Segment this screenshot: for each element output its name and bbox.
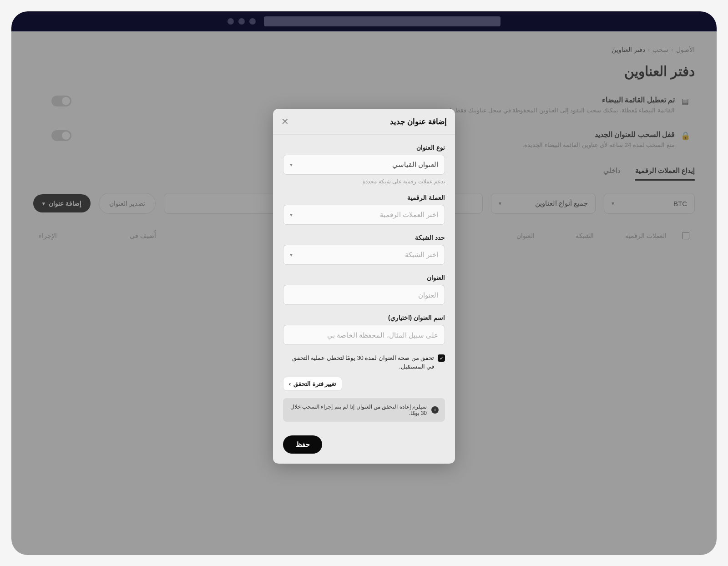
modal-title: إضافة عنوان جديد <box>390 117 447 126</box>
device-frame: الأصول › سحب › دفتر العناوين دفتر العناو… <box>11 11 717 555</box>
window-dots <box>228 18 256 25</box>
change-period-button[interactable]: تغيير فترة التحقق › <box>283 377 342 391</box>
select-placeholder: اختر الشبكة <box>405 251 438 259</box>
chevron-left-icon: › <box>289 380 291 387</box>
modal-footer: حفظ <box>273 430 455 464</box>
network-select[interactable]: اختر الشبكة ▾ <box>283 245 445 265</box>
window-dot[interactable] <box>238 18 245 25</box>
url-bar[interactable] <box>264 16 500 26</box>
field-address-name: اسم العنوان (اختياري) <box>283 314 445 345</box>
save-button[interactable]: حفظ <box>283 435 322 454</box>
field-network: حدد الشبكة اختر الشبكة ▾ <box>283 234 445 265</box>
window-dot[interactable] <box>228 18 234 25</box>
close-icon[interactable]: ✕ <box>281 116 289 127</box>
field-address: العنوان <box>283 274 445 305</box>
chevron-down-icon: ▾ <box>290 162 293 168</box>
field-label: العملة الرقمية <box>283 194 445 201</box>
select-value: العنوان القياسي <box>392 161 438 169</box>
select-placeholder: اختر العملات الرقمية <box>380 211 438 219</box>
coin-select-modal[interactable]: اختر العملات الرقمية ▾ <box>283 205 445 225</box>
verify-checkbox-row[interactable]: ✓ تحقق من صحة العنوان لمدة 30 يومًا لتخط… <box>283 354 445 371</box>
checkbox-checked[interactable]: ✓ <box>438 354 445 362</box>
modal-body: نوع العنوان العنوان القياسي ▾ يدعم عملات… <box>273 135 455 430</box>
add-address-modal: إضافة عنوان جديد ✕ نوع العنوان العنوان ا… <box>273 109 455 464</box>
chevron-down-icon: ▾ <box>290 252 293 258</box>
checkbox-label: تحقق من صحة العنوان لمدة 30 يومًا لتخطي … <box>283 354 434 371</box>
field-label: نوع العنوان <box>283 144 445 151</box>
field-hint: يدعم عملات رقمية على شبكة محددة <box>283 178 445 185</box>
address-type-select[interactable]: العنوان القياسي ▾ <box>283 155 445 175</box>
field-address-type: نوع العنوان العنوان القياسي ▾ يدعم عملات… <box>283 144 445 185</box>
info-text: سيلزم إعادة التحقق من العنوان إذا لم يتم… <box>289 404 427 416</box>
address-input[interactable] <box>283 285 445 305</box>
window-dot[interactable] <box>249 18 256 25</box>
field-label: اسم العنوان (اختياري) <box>283 314 445 321</box>
modal-header: إضافة عنوان جديد ✕ <box>273 109 455 135</box>
field-coin: العملة الرقمية اختر العملات الرقمية ▾ <box>283 194 445 225</box>
chevron-down-icon: ▾ <box>290 212 293 218</box>
browser-chrome <box>11 11 717 31</box>
field-label: حدد الشبكة <box>283 234 445 241</box>
info-icon: i <box>431 406 439 414</box>
change-period-wrap: تغيير فترة التحقق › <box>283 377 445 398</box>
modal-overlay[interactable]: إضافة عنوان جديد ✕ نوع العنوان العنوان ا… <box>11 31 717 555</box>
address-name-input[interactable] <box>283 325 445 345</box>
info-banner: i سيلزم إعادة التحقق من العنوان إذا لم ي… <box>283 398 445 422</box>
field-label: العنوان <box>283 274 445 281</box>
